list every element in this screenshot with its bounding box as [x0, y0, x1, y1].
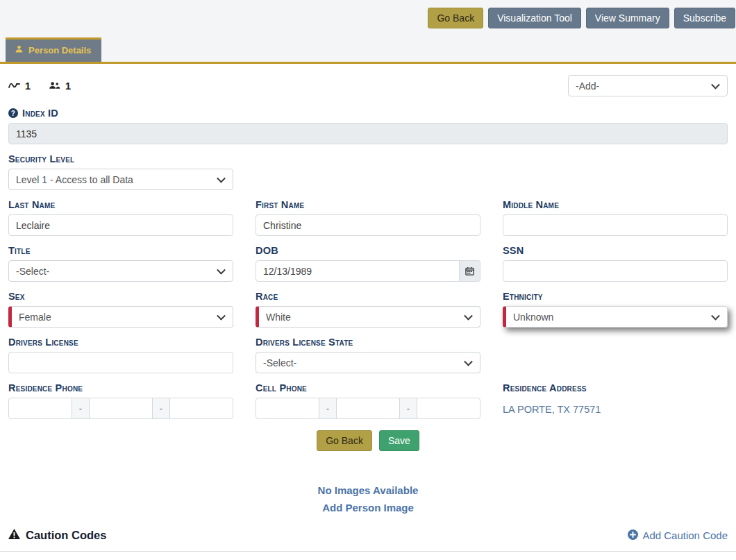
drivers-license-state-field: Drivers License State -Select- — [256, 337, 480, 373]
first-name-input[interactable] — [256, 214, 480, 236]
person-form: ? Index ID Security Level Level 1 - Acce… — [0, 108, 736, 419]
activity-icon — [8, 80, 20, 92]
cell-phone-group: - - — [256, 398, 480, 419]
sex-select[interactable]: Female — [8, 306, 233, 328]
form-actions: Go Back Save — [0, 430, 736, 451]
people-count-value: 1 — [65, 80, 71, 92]
tab-bar: Person Details — [0, 37, 736, 64]
title-label: Title — [8, 245, 233, 256]
race-label: Race — [256, 291, 480, 302]
residence-phone-field: Residence Phone - - — [8, 382, 233, 419]
topbar-buttons: Go Back Visualization Tool View Summary … — [0, 8, 736, 28]
residence-phone-prefix-input[interactable] — [89, 398, 153, 419]
index-id-input — [8, 123, 728, 144]
cell-phone-area-input[interactable] — [256, 398, 319, 419]
security-level-field: Security Level Level 1 - Access to all D… — [8, 153, 233, 190]
race-select[interactable]: White — [256, 306, 480, 328]
phone-separator: - — [319, 398, 336, 419]
go-back-button-top[interactable]: Go Back — [428, 8, 483, 28]
add-person-image-link[interactable]: Add Person Image — [0, 502, 736, 514]
drivers-license-state-label: Drivers License State — [256, 337, 480, 348]
phone-separator: - — [400, 398, 417, 419]
sex-field: Sex Female — [8, 291, 233, 328]
sex-label: Sex — [8, 291, 233, 302]
race-field: Race White — [256, 291, 480, 328]
go-back-button[interactable]: Go Back — [317, 430, 372, 451]
residence-phone-group: - - — [8, 398, 233, 419]
view-summary-button[interactable]: View Summary — [586, 8, 669, 28]
caution-codes-section: Caution Codes Add Caution Code — [0, 529, 736, 552]
visualization-tool-button[interactable]: Visualization Tool — [488, 8, 581, 28]
sex-select-wrap: Female — [8, 306, 233, 328]
phone-separator: - — [153, 398, 169, 419]
ethnicity-select-wrap: Unknown — [503, 306, 728, 328]
cell-phone-field: Cell Phone - - — [256, 382, 480, 419]
residence-address-field: Residence Address LA PORTE, TX 77571 — [503, 382, 728, 419]
ssn-input[interactable] — [503, 260, 728, 282]
ssn-label: SSN — [503, 245, 728, 256]
residence-address-label: Residence Address — [503, 382, 728, 393]
middle-name-input[interactable] — [503, 214, 728, 236]
dob-input[interactable] — [256, 260, 460, 282]
person-icon — [15, 44, 24, 56]
add-dropdown-wrap: -Add- — [568, 75, 728, 96]
residence-phone-line-input[interactable] — [169, 398, 233, 419]
last-name-input[interactable] — [8, 214, 233, 236]
plus-circle-icon — [628, 529, 638, 542]
title-field: Title -Select- — [8, 245, 233, 282]
first-name-label: First Name — [256, 199, 480, 210]
security-level-select-wrap: Level 1 - Access to all Data — [8, 169, 233, 190]
drivers-license-input[interactable] — [8, 352, 233, 373]
security-level-select[interactable]: Level 1 - Access to all Data — [8, 169, 233, 190]
middle-name-field: Middle Name — [503, 199, 728, 236]
person-details-page: Go Back Visualization Tool View Summary … — [0, 0, 736, 552]
residence-address-value: LA PORTE, TX 77571 — [503, 398, 728, 415]
subscribe-button[interactable]: Subscribe — [674, 8, 735, 28]
tab-label: Person Details — [28, 45, 91, 56]
cell-phone-line-input[interactable] — [417, 398, 480, 419]
tab-person-details[interactable]: Person Details — [6, 37, 101, 62]
images-block: No Images Available Add Person Image — [0, 484, 736, 514]
first-name-field: First Name — [256, 199, 480, 236]
timeline-count[interactable]: 1 — [8, 80, 31, 92]
security-level-label: Security Level — [8, 153, 233, 164]
drivers-license-state-select-wrap: -Select- — [256, 352, 480, 373]
last-name-label: Last Name — [8, 199, 233, 210]
residence-phone-label: Residence Phone — [8, 382, 233, 393]
title-select-wrap: -Select- — [8, 260, 233, 282]
ethnicity-label: Ethnicity — [503, 291, 728, 302]
ethnicity-field: Ethnicity Unknown — [503, 291, 728, 328]
cell-phone-prefix-input[interactable] — [336, 398, 400, 419]
last-name-field: Last Name — [8, 199, 233, 236]
dob-label: DOB — [256, 245, 480, 256]
add-caution-code-link[interactable]: Add Caution Code — [628, 529, 728, 542]
calendar-icon-button[interactable] — [460, 260, 480, 282]
middle-name-label: Middle Name — [503, 199, 728, 210]
dob-field: DOB — [256, 245, 480, 282]
dob-input-group — [256, 260, 480, 282]
record-counts: 1 1 — [8, 80, 71, 92]
residence-phone-area-input[interactable] — [8, 398, 72, 419]
race-select-wrap: White — [256, 306, 480, 328]
timeline-count-value: 1 — [25, 80, 31, 92]
add-dropdown[interactable]: -Add- — [568, 75, 728, 96]
counts-row: 1 1 -Add- — [0, 75, 736, 96]
warning-icon — [8, 529, 20, 542]
caution-codes-heading: Caution Codes — [8, 529, 106, 542]
drivers-license-field: Drivers License — [8, 337, 233, 373]
no-images-text: No Images Available — [0, 484, 736, 496]
ssn-field: SSN — [503, 245, 728, 282]
index-id-field: ? Index ID — [8, 108, 728, 144]
save-button[interactable]: Save — [379, 430, 419, 451]
drivers-license-label: Drivers License — [8, 337, 233, 348]
main-content: 1 1 -Add- ? Index ID — [0, 64, 736, 552]
help-icon[interactable]: ? — [8, 108, 18, 118]
index-id-label-text: Index ID — [22, 108, 58, 119]
ethnicity-select[interactable]: Unknown — [503, 306, 728, 328]
title-select[interactable]: -Select- — [8, 260, 233, 282]
phone-separator: - — [72, 398, 89, 419]
people-count[interactable]: 1 — [49, 80, 71, 92]
add-caution-code-label: Add Caution Code — [642, 529, 728, 541]
people-group-icon — [49, 80, 60, 92]
drivers-license-state-select[interactable]: -Select- — [256, 352, 480, 373]
